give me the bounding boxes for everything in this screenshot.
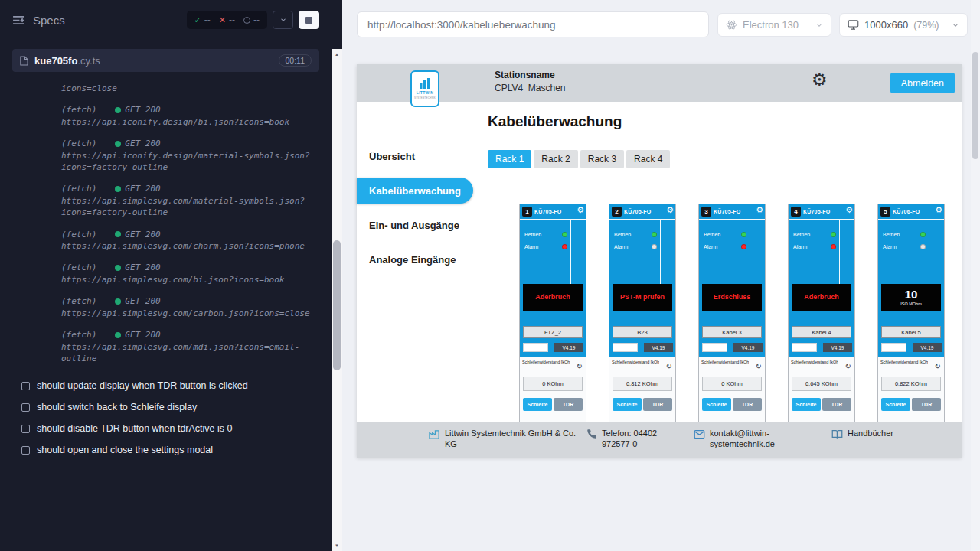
mini-input[interactable] <box>523 343 548 352</box>
cable-name-field[interactable]: Kabel 4 <box>792 326 851 338</box>
request-url: https://api.iconify.design/bi.json?icons… <box>61 116 314 128</box>
success-dot-icon <box>115 107 121 113</box>
left-scrollbar[interactable]: ▲ ▼ <box>332 49 342 551</box>
tdr-button[interactable]: TDR <box>554 398 583 411</box>
device-model: KÜ706-FO <box>893 209 920 214</box>
rack-tabs: Rack 1 Rack 2 Rack 3 Rack 4 <box>488 150 670 168</box>
test-item[interactable]: should disable TDR button when tdrActive… <box>0 418 342 439</box>
tdr-button[interactable]: TDR <box>643 398 672 411</box>
station-name: CPLV4_Maschen <box>495 83 566 93</box>
mini-input[interactable] <box>702 343 727 352</box>
measurement-label: Schleifenwiderstand [kOhm] <box>522 360 570 364</box>
rack-tab[interactable]: Rack 4 <box>626 150 670 168</box>
spec-file-header[interactable]: kue705fo.cy.ts 00:11 <box>12 49 319 72</box>
test-item[interactable]: should update display when TDR button is… <box>0 375 342 396</box>
scroll-up-arrow-icon[interactable]: ▲ <box>332 49 342 60</box>
measurement-label: Schleifenwiderstand [kOhm] <box>791 360 838 364</box>
test-list: should update display when TDR button is… <box>0 375 342 461</box>
measurement-label: Schleifenwiderstand [kOhm] <box>701 360 749 364</box>
tdr-button[interactable]: TDR <box>912 398 941 411</box>
mini-input[interactable] <box>881 343 906 352</box>
footer-manuals[interactable]: Handbücher <box>831 428 893 440</box>
left-scrollbar-thumb[interactable] <box>333 240 341 370</box>
http-status: GET 200 <box>115 229 160 240</box>
collapse-button[interactable] <box>273 11 293 29</box>
schleife-button[interactable]: Schleife <box>792 398 821 411</box>
http-status: GET 200 <box>115 138 160 149</box>
cable-name-field[interactable]: FTZ_2 <box>523 326 583 338</box>
status-display: Aderbruch <box>523 284 583 311</box>
log-entry[interactable]: (fetch) GET 200 https://api.iconify.desi… <box>61 138 314 173</box>
station-info: Stationsname CPLV4_Maschen <box>495 70 566 93</box>
schleife-button[interactable]: Schleife <box>881 398 910 411</box>
log-entry[interactable]: icons=close <box>61 83 314 94</box>
device-card: 2 KÜ705-FO ⚙ Betrieb Alarm PST-M prüf <box>609 204 676 422</box>
url-input[interactable] <box>357 11 709 37</box>
refresh-icon[interactable]: ↻ <box>756 363 762 370</box>
device-settings-icon[interactable]: ⚙ <box>845 206 853 214</box>
nav-item[interactable]: Kabelüberwachung <box>357 178 473 204</box>
logout-button[interactable]: Abmelden <box>890 73 955 93</box>
success-dot-icon <box>115 265 121 271</box>
check-icon: ✓ <box>194 15 201 25</box>
device-settings-icon[interactable]: ⚙ <box>577 206 584 214</box>
resistance-value: 0 KOhm <box>523 377 583 391</box>
tdr-button[interactable]: TDR <box>733 398 762 411</box>
rack-tab[interactable]: Rack 3 <box>580 150 624 168</box>
viewport-select[interactable]: 1000x660 (79%) <box>839 13 968 37</box>
log-entry[interactable]: (fetch) GET 200 https://api.iconify.desi… <box>61 104 314 128</box>
device-model: KÜ705-FO <box>803 209 830 214</box>
success-dot-icon <box>115 298 121 305</box>
file-icon <box>20 56 28 66</box>
betrieb-led <box>741 232 746 237</box>
schleife-button[interactable]: Schleife <box>702 398 731 411</box>
log-entry[interactable]: (fetch) GET 200 https://api.simplesvg.co… <box>61 262 314 285</box>
tdr-button[interactable]: TDR <box>822 398 851 411</box>
nav-item[interactable]: Analoge Eingänge <box>357 246 473 272</box>
refresh-icon[interactable]: ↻ <box>666 363 672 370</box>
stop-button[interactable] <box>299 11 319 29</box>
cable-name-field[interactable]: Kabel 3 <box>702 326 762 338</box>
rack-tab[interactable]: Rack 2 <box>534 150 577 168</box>
nav-item[interactable]: Übersicht <box>357 143 473 169</box>
device-settings-icon[interactable]: ⚙ <box>935 206 942 214</box>
book-icon <box>831 429 843 440</box>
log-entry[interactable]: (fetch) GET 200 https://api.simplesvg.co… <box>61 229 314 253</box>
test-item[interactable]: should open and close the settings modal <box>0 439 342 461</box>
nav-item[interactable]: Ein- und Ausgänge <box>357 212 473 238</box>
settings-gear-icon[interactable]: ⚙ <box>812 71 828 89</box>
device-settings-icon[interactable]: ⚙ <box>666 206 674 214</box>
betrieb-led <box>831 232 836 237</box>
divider <box>660 220 661 285</box>
specs-label[interactable]: Specs <box>33 14 65 27</box>
refresh-icon[interactable]: ↻ <box>577 363 583 370</box>
log-entry[interactable]: (fetch) GET 200 https://api.simplesvg.co… <box>61 183 314 218</box>
betrieb-led <box>562 232 567 237</box>
http-status: GET 200 <box>115 295 160 307</box>
schleife-button[interactable]: Schleife <box>612 398 642 411</box>
test-state-icon <box>21 382 30 390</box>
divider <box>839 220 840 285</box>
specs-menu-icon[interactable] <box>12 15 25 25</box>
phone-icon <box>586 429 597 439</box>
cable-name-field[interactable]: Kabel 5 <box>881 326 941 338</box>
request-url: https://api.simplesvg.com/material-symbo… <box>61 195 314 219</box>
divider <box>750 220 750 285</box>
log-entry[interactable]: (fetch) GET 200 https://api.simplesvg.co… <box>61 329 314 364</box>
success-dot-icon <box>115 141 121 147</box>
mini-input[interactable] <box>792 343 817 352</box>
browser-select[interactable]: Electron 130 <box>717 13 831 37</box>
mini-input[interactable] <box>612 343 638 352</box>
refresh-icon[interactable]: ↻ <box>935 363 941 370</box>
refresh-icon[interactable]: ↻ <box>845 363 851 370</box>
schleife-button[interactable]: Schleife <box>523 398 552 411</box>
scroll-down-arrow-icon[interactable]: ▼ <box>332 540 342 551</box>
page-scrollbar[interactable] <box>971 0 980 551</box>
log-entry[interactable]: (fetch) GET 200 https://api.simplesvg.co… <box>61 295 314 319</box>
cable-name-field[interactable]: B23 <box>612 326 672 338</box>
device-settings-icon[interactable]: ⚙ <box>756 206 763 214</box>
page-scrollbar-thumb[interactable] <box>972 52 978 159</box>
measurement-label: Schleifenwiderstand [kOhm] <box>880 360 928 364</box>
rack-tab[interactable]: Rack 1 <box>488 150 531 168</box>
test-item[interactable]: should switch back to Schleife display <box>0 396 342 418</box>
